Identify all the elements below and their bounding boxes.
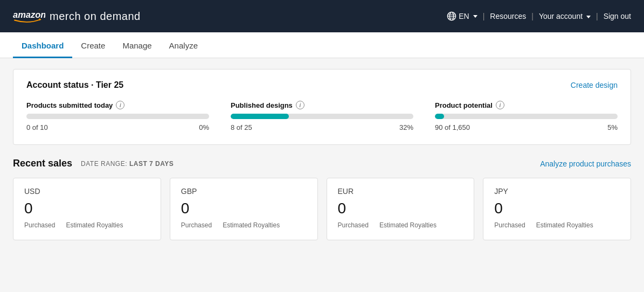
- currency-value-gbp: 0: [181, 200, 307, 217]
- currency-labels-eur: Purchased Estimated Royalties: [338, 221, 463, 229]
- metric-products-label-text: Products submitted today: [26, 101, 113, 109]
- tab-manage[interactable]: Manage: [114, 34, 160, 58]
- gbp-purchased-label: Purchased: [181, 221, 212, 229]
- potential-info-icon[interactable]: i: [496, 101, 504, 109]
- globe-icon: [447, 11, 456, 21]
- currency-labels-usd: Purchased Estimated Royalties: [24, 221, 150, 229]
- products-info-icon[interactable]: i: [116, 101, 124, 109]
- products-sub-right: 0%: [199, 123, 209, 131]
- brand-text: merch on demand: [50, 10, 141, 23]
- potential-progress-fill: [435, 114, 444, 119]
- currency-card-eur: EUR 0 Purchased Estimated Royalties: [327, 178, 475, 240]
- metric-published-label: Published designs i: [231, 101, 413, 109]
- currency-name-eur: EUR: [338, 187, 463, 196]
- date-range-prefix: DATE RANGE:: [81, 160, 127, 168]
- published-sub-left: 8 of 25: [231, 123, 252, 131]
- usd-royalties-label: Estimated Royalties: [66, 221, 123, 229]
- currency-card-usd: USD 0 Purchased Estimated Royalties: [13, 178, 161, 240]
- signout-link[interactable]: Sign out: [604, 12, 631, 20]
- currency-name-jpy: JPY: [494, 187, 620, 196]
- metric-products-label: Products submitted today i: [26, 101, 209, 109]
- account-status-card: Account status · Tier 25 Create design P…: [13, 69, 631, 145]
- potential-sub-left: 90 of 1,650: [435, 123, 470, 131]
- separator-1: |: [483, 12, 485, 20]
- recent-sales-section: Recent sales DATE RANGE: LAST 7 DAYS Ana…: [13, 158, 631, 240]
- status-title: Account status · Tier 25: [26, 80, 123, 90]
- account-link[interactable]: Your account: [539, 12, 591, 20]
- currency-card-gbp: GBP 0 Purchased Estimated Royalties: [170, 178, 318, 240]
- currency-name-gbp: GBP: [181, 187, 307, 196]
- account-label: Your account: [539, 12, 583, 20]
- products-metric-sub: 0 of 10 0%: [26, 123, 209, 131]
- create-design-link[interactable]: Create design: [571, 81, 618, 89]
- gbp-royalties-label: Estimated Royalties: [223, 221, 280, 229]
- published-info-icon[interactable]: i: [296, 101, 304, 109]
- svg-text:amazon: amazon: [13, 10, 45, 19]
- tab-create[interactable]: Create: [72, 34, 114, 58]
- currency-card-jpy: JPY 0 Purchased Estimated Royalties: [483, 178, 631, 240]
- published-progress-bg: [231, 114, 413, 119]
- date-range-value: LAST 7 DAYS: [129, 160, 174, 168]
- metric-potential-label-text: Product potential: [435, 101, 493, 109]
- currency-labels-gbp: Purchased Estimated Royalties: [181, 221, 307, 229]
- eur-royalties-label: Estimated Royalties: [379, 221, 437, 229]
- header-right: EN | Resources | Your account | Sign out: [447, 11, 631, 21]
- separator-2: |: [531, 12, 534, 20]
- recent-sales-header: Recent sales DATE RANGE: LAST 7 DAYS Ana…: [13, 158, 631, 169]
- currency-cards: USD 0 Purchased Estimated Royalties GBP …: [13, 178, 631, 240]
- analyze-purchases-link[interactable]: Analyze product purchases: [540, 159, 631, 168]
- recent-sales-left: Recent sales DATE RANGE: LAST 7 DAYS: [13, 158, 174, 169]
- jpy-purchased-label: Purchased: [494, 221, 525, 229]
- currency-value-eur: 0: [338, 200, 463, 217]
- currency-value-usd: 0: [24, 200, 150, 217]
- jpy-royalties-label: Estimated Royalties: [536, 221, 593, 229]
- metric-product-potential: Product potential i 90 of 1,650 5%: [435, 101, 618, 131]
- metric-potential-label: Product potential i: [435, 101, 618, 109]
- published-sub-right: 32%: [399, 123, 413, 131]
- status-header: Account status · Tier 25 Create design: [26, 80, 618, 90]
- amazon-logo-svg: amazon: [13, 9, 45, 24]
- currency-name-usd: USD: [24, 187, 150, 196]
- potential-progress-bg: [435, 114, 618, 119]
- products-progress-bg: [26, 114, 209, 119]
- lang-code: EN: [459, 12, 469, 20]
- currency-labels-jpy: Purchased Estimated Royalties: [494, 221, 620, 229]
- published-progress-fill: [231, 114, 289, 119]
- products-sub-left: 0 of 10: [26, 123, 48, 131]
- main-content: Account status · Tier 25 Create design P…: [0, 58, 644, 251]
- metric-published-label-text: Published designs: [231, 101, 293, 109]
- separator-3: |: [596, 12, 598, 20]
- language-selector[interactable]: EN: [447, 11, 477, 21]
- published-metric-sub: 8 of 25 32%: [231, 123, 413, 131]
- metrics-row: Products submitted today i 0 of 10 0% Pu…: [26, 101, 618, 131]
- usd-purchased-label: Purchased: [24, 221, 55, 229]
- potential-metric-sub: 90 of 1,650 5%: [435, 123, 618, 131]
- lang-chevron-icon: [473, 15, 477, 18]
- tab-analyze[interactable]: Analyze: [161, 34, 206, 58]
- header: amazon merch on demand EN | Resources | …: [0, 0, 644, 32]
- eur-purchased-label: Purchased: [338, 221, 369, 229]
- metric-products-submitted: Products submitted today i 0 of 10 0%: [26, 101, 209, 131]
- nav-tabs: Dashboard Create Manage Analyze: [0, 32, 644, 58]
- resources-link[interactable]: Resources: [490, 12, 526, 20]
- metric-published-designs: Published designs i 8 of 25 32%: [231, 101, 413, 131]
- tab-dashboard[interactable]: Dashboard: [13, 34, 72, 58]
- account-chevron-icon: [586, 16, 591, 18]
- logo-area: amazon merch on demand: [13, 9, 141, 24]
- currency-value-jpy: 0: [494, 200, 620, 217]
- potential-sub-right: 5%: [607, 123, 618, 131]
- recent-sales-title: Recent sales: [13, 158, 72, 169]
- date-range-label: DATE RANGE: LAST 7 DAYS: [81, 160, 174, 168]
